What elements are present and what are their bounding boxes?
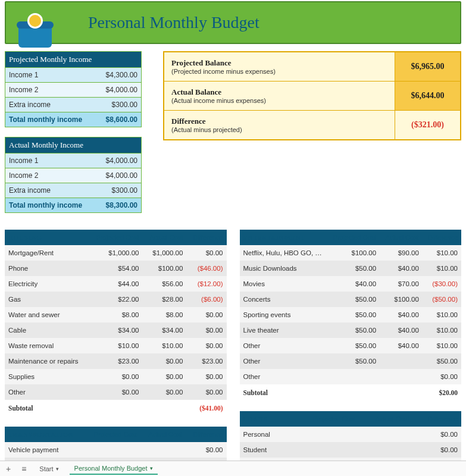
expense-actual[interactable]: $70.00 [380,276,423,292]
expense-projected[interactable]: $54.00 [88,261,142,276]
expense-actual[interactable]: $0.00 [143,353,187,369]
expense-name[interactable]: Cable [5,322,88,338]
subtotal-value: ($41.00) [186,400,226,416]
expense-name[interactable]: Personal [240,427,293,442]
expense-projected[interactable]: $1,000.00 [88,245,142,261]
expense-actual[interactable]: $40.00 [380,307,423,322]
expense-diff: ($46.00) [186,261,226,276]
sheet-menu-icon[interactable]: ≡ [19,464,29,474]
difference-balance-value: ($321.00) [395,111,460,139]
expense-actual[interactable]: $0.00 [143,384,187,400]
expense-name[interactable]: Other [240,338,327,353]
expense-row: Gas$22.00$28.00($6.00) [5,292,227,307]
entertainment-table: ENTERTAINMENTProjected CostActual CostDi… [240,230,462,400]
expense-actual[interactable]: $1,000.00 [143,245,187,261]
expense-actual[interactable] [359,427,412,442]
income-label[interactable]: Income 1 [5,154,97,168]
expense-actual[interactable]: $40.00 [380,261,423,276]
expense-actual[interactable]: $56.00 [143,276,187,292]
expense-name[interactable]: Other [5,384,88,400]
expense-diff: $50.00 [423,353,461,369]
expense-actual[interactable]: $28.00 [143,292,187,307]
income-amount[interactable]: $4,000.00 [97,83,142,98]
expense-name[interactable]: Other [240,353,327,369]
expense-name[interactable]: Electricity [5,276,88,292]
expense-projected[interactable] [293,427,359,442]
tab-budget[interactable]: Personal Monthly Budget [70,463,158,475]
income-label[interactable]: Extra income [5,183,97,198]
expense-actual[interactable]: $10.00 [143,338,187,353]
expense-name[interactable]: Live theater [240,322,327,338]
col-projected: Projected Cost [293,411,359,427]
expense-actual[interactable]: $40.00 [380,322,423,338]
expense-actual[interactable]: $90.00 [380,245,423,261]
expense-projected[interactable] [85,442,140,458]
expense-actual[interactable]: $100.00 [143,261,187,276]
expense-projected[interactable]: $23.00 [88,353,142,369]
expense-name[interactable]: Maintenance or repairs [5,353,88,369]
expense-row: Phone$54.00$100.00($46.00) [5,261,227,276]
expense-name[interactable]: Water and sewer [5,307,88,322]
expense-projected[interactable]: $50.00 [327,353,380,369]
expense-projected[interactable]: $50.00 [327,292,380,307]
expense-name[interactable]: Phone [5,261,88,276]
projected-income-title: Projected Monthly Income [5,52,142,68]
income-total-label: Total monthly income [5,198,97,213]
expense-actual[interactable]: $40.00 [380,338,423,353]
col-diff: Difference [186,230,226,245]
tab-start[interactable]: Start [35,464,63,474]
income-amount[interactable]: $4,300.00 [97,68,142,83]
income-amount[interactable]: $300.00 [97,183,142,198]
expense-name[interactable]: Mortgage/Rent [5,245,88,261]
income-amount[interactable]: $4,000.00 [97,168,142,183]
expense-actual[interactable] [380,369,423,384]
expense-actual[interactable]: $100.00 [380,292,423,307]
expense-row: Live theater$50.00$40.00$10.00 [240,322,462,338]
expense-name[interactable]: Netflix, Hulu, HBO GO, Prin [240,245,327,261]
expense-projected[interactable]: $22.00 [88,292,142,307]
expense-name[interactable]: Gas [5,292,88,307]
expense-projected[interactable]: $50.00 [327,322,380,338]
expense-projected[interactable]: $100.00 [327,245,380,261]
expense-row: Other$0.00$0.00$0.00 [5,384,227,400]
expense-projected[interactable]: $40.00 [327,276,380,292]
expense-name[interactable]: Waste removal [5,338,88,353]
expense-name[interactable]: Other [240,369,327,384]
col-projected: Projected Cost [85,427,140,442]
expense-projected[interactable]: $44.00 [88,276,142,292]
expense-actual[interactable]: $34.00 [143,322,187,338]
expense-name[interactable]: Student [240,442,293,458]
expense-projected[interactable] [293,442,359,458]
expense-actual[interactable] [359,442,412,458]
expense-projected[interactable]: $50.00 [327,261,380,276]
expense-projected[interactable]: $50.00 [327,307,380,322]
expense-row: Sporting events$50.00$40.00$10.00 [240,307,462,322]
expense-name[interactable]: Concerts [240,292,327,307]
expense-projected[interactable]: $0.00 [88,384,142,400]
expense-name[interactable]: Movies [240,276,327,292]
expense-actual[interactable] [380,353,423,369]
income-label[interactable]: Income 2 [5,168,97,183]
expense-diff: $10.00 [423,261,461,276]
section-title: TRANSPORTATION [5,427,85,442]
income-label[interactable]: Income 2 [5,83,97,98]
income-amount[interactable]: $4,000.00 [97,154,142,168]
expense-actual[interactable]: $0.00 [143,369,187,384]
expense-name[interactable]: Vehicle payment [5,442,85,458]
income-amount[interactable]: $300.00 [97,98,142,112]
expense-actual[interactable]: $8.00 [143,307,187,322]
expense-projected[interactable]: $50.00 [327,338,380,353]
income-label[interactable]: Income 1 [5,68,97,83]
expense-diff: $0.00 [186,338,226,353]
expense-projected[interactable] [327,369,380,384]
expense-name[interactable]: Supplies [5,369,88,384]
expense-actual[interactable] [140,442,186,458]
expense-name[interactable]: Sporting events [240,307,327,322]
expense-projected[interactable]: $8.00 [88,307,142,322]
expense-name[interactable]: Music Downloads [240,261,327,276]
add-sheet-icon[interactable]: + [4,464,13,474]
expense-projected[interactable]: $10.00 [88,338,142,353]
expense-projected[interactable]: $34.00 [88,322,142,338]
expense-projected[interactable]: $0.00 [88,369,142,384]
income-label[interactable]: Extra income [5,98,97,112]
